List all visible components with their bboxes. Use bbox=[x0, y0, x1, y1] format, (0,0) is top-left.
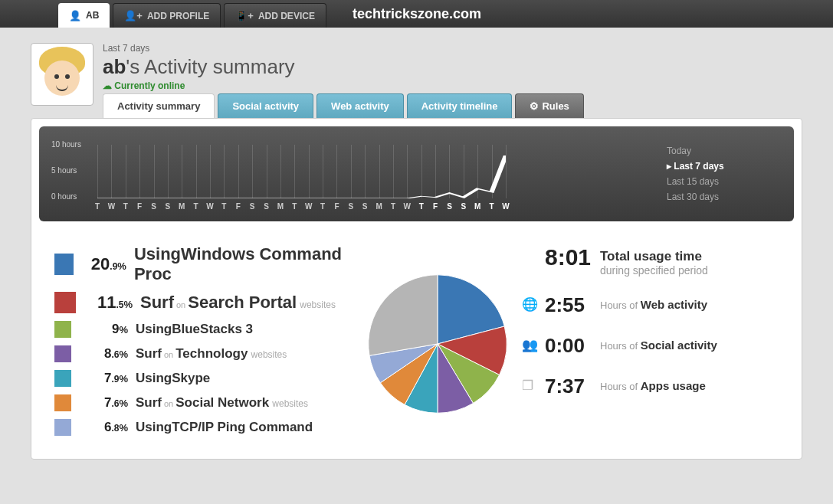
legend-percent: 8.6% bbox=[82, 346, 128, 362]
stat-icon: 👥 bbox=[522, 337, 540, 353]
day-label: T bbox=[123, 202, 128, 211]
pie-chart bbox=[361, 244, 514, 443]
y-tick: 0 hours bbox=[51, 192, 77, 201]
day-label: F bbox=[433, 202, 438, 211]
range-selector: Today Last 7 days Last 15 days Last 30 d… bbox=[651, 136, 782, 212]
color-swatch bbox=[54, 292, 76, 313]
legend-item: 7.9%UsingSkype bbox=[54, 370, 361, 387]
site-name: techtrickszone.com bbox=[353, 0, 481, 28]
day-label: W bbox=[305, 202, 312, 211]
day-label: S bbox=[447, 202, 452, 211]
day-label: T bbox=[95, 202, 100, 211]
color-swatch bbox=[54, 321, 71, 338]
nav-tabs: Activity summary Social activity Web act… bbox=[103, 93, 802, 118]
day-label: F bbox=[334, 202, 339, 211]
day-label: M bbox=[179, 202, 185, 211]
color-swatch bbox=[54, 419, 71, 436]
stat-icon: ❐ bbox=[522, 378, 540, 394]
tab-activity-timeline[interactable]: Activity timeline bbox=[407, 93, 513, 118]
legend-percent: 20.9% bbox=[84, 254, 126, 274]
legend-item: 9%UsingBlueStacks 3 bbox=[54, 321, 361, 338]
stat-label: Hours of Web activity bbox=[600, 298, 707, 311]
add-user-icon: 👤+ bbox=[124, 10, 143, 21]
legend-percent: 9% bbox=[82, 322, 128, 337]
tab-rules[interactable]: Rules bbox=[515, 93, 583, 118]
color-swatch bbox=[54, 370, 71, 387]
legend-item: 6.8%UsingTCP/IP Ping Command bbox=[54, 419, 361, 436]
color-swatch bbox=[54, 345, 71, 362]
y-tick: 10 hours bbox=[51, 140, 81, 149]
legend-label: UsingBlueStacks 3 bbox=[136, 322, 253, 337]
day-label: F bbox=[236, 202, 241, 211]
avatar[interactable] bbox=[31, 43, 93, 106]
tab-web-activity[interactable]: Web activity bbox=[316, 93, 404, 118]
day-label: T bbox=[490, 202, 494, 211]
legend-label: SurfonSocial Network websites bbox=[136, 395, 308, 411]
color-swatch bbox=[54, 394, 71, 411]
range-30days[interactable]: Last 30 days bbox=[667, 189, 782, 205]
day-label: T bbox=[194, 202, 198, 211]
stat-value: 8:01 bbox=[545, 244, 600, 270]
color-swatch bbox=[54, 254, 74, 275]
day-label: S bbox=[166, 202, 171, 211]
range-15days[interactable]: Last 15 days bbox=[667, 174, 782, 189]
stat-label: Hours of Apps usage bbox=[600, 379, 706, 392]
day-label: F bbox=[137, 202, 142, 211]
main-panel: 10 hours 5 hours 0 hours TWTFSSMTWTFSSMT… bbox=[31, 118, 802, 460]
day-label: S bbox=[362, 202, 368, 211]
day-label: M bbox=[376, 202, 382, 211]
day-label: T bbox=[419, 202, 424, 211]
legend-item: 7.6%SurfonSocial Network websites bbox=[54, 394, 361, 411]
day-label: W bbox=[108, 202, 115, 211]
stat-value: 7:37 bbox=[545, 375, 600, 398]
stat-label: Total usage timeduring specified period bbox=[600, 249, 708, 277]
day-label: M bbox=[474, 202, 480, 211]
day-label: W bbox=[404, 202, 411, 211]
day-label: T bbox=[391, 202, 395, 211]
tab-activity-summary[interactable]: Activity summary bbox=[103, 93, 215, 118]
day-label: S bbox=[348, 202, 353, 211]
tab-social-activity[interactable]: Social activity bbox=[218, 93, 313, 118]
online-status: Currently online bbox=[103, 80, 295, 91]
legend-percent: 7.6% bbox=[82, 395, 128, 411]
profile-tab[interactable]: 👤AB bbox=[58, 3, 110, 28]
day-label: W bbox=[206, 202, 213, 211]
stat-value: 0:00 bbox=[545, 334, 600, 358]
user-icon: 👤 bbox=[69, 10, 81, 21]
legend-item: 20.9%UsingWindows Command Proc bbox=[54, 244, 361, 284]
top-bar: 👤AB 👤+ADD PROFILE 📱+ADD DEVICE techtrick… bbox=[0, 0, 833, 28]
add-device-label: ADD DEVICE bbox=[258, 11, 315, 21]
day-label: S bbox=[250, 202, 255, 211]
day-label: T bbox=[292, 202, 297, 211]
day-label: T bbox=[221, 202, 226, 211]
pie-slice bbox=[369, 275, 438, 355]
stat-item: 8:01Total usage timeduring specified per… bbox=[522, 244, 744, 277]
range-today[interactable]: Today bbox=[667, 143, 782, 159]
range-7days[interactable]: Last 7 days bbox=[667, 159, 782, 174]
device-icon: 📱+ bbox=[235, 10, 254, 21]
add-profile-label: ADD PROFILE bbox=[147, 11, 209, 21]
activity-legend: 20.9%UsingWindows Command Proc11.5%Surfo… bbox=[54, 244, 361, 443]
add-profile-button[interactable]: 👤+ADD PROFILE bbox=[113, 3, 221, 28]
stats-panel: 8:01Total usage timeduring specified per… bbox=[514, 244, 744, 443]
timeline-chart: 10 hours 5 hours 0 hours TWTFSSMTWTFSSMT… bbox=[39, 126, 794, 221]
stat-item: 🌐2:55Hours of Web activity bbox=[522, 293, 744, 317]
legend-label: UsingTCP/IP Ping Command bbox=[136, 420, 313, 435]
stat-value: 2:55 bbox=[545, 293, 600, 317]
legend-percent: 7.9% bbox=[82, 371, 128, 386]
stat-icon: 🌐 bbox=[522, 296, 540, 313]
legend-percent: 6.8% bbox=[82, 420, 128, 435]
legend-item: 11.5%SurfonSearch Portal websites bbox=[54, 292, 361, 313]
add-device-button[interactable]: 📱+ADD DEVICE bbox=[224, 3, 326, 28]
profile-tab-label: AB bbox=[86, 10, 99, 21]
day-label: W bbox=[502, 202, 509, 211]
day-label: S bbox=[151, 202, 156, 211]
stat-item: 👥0:00Hours of Social activity bbox=[522, 334, 744, 358]
legend-percent: 11.5% bbox=[87, 293, 133, 313]
stat-item: ❐7:37Hours of Apps usage bbox=[522, 375, 744, 398]
y-tick: 5 hours bbox=[51, 166, 77, 175]
day-label: S bbox=[264, 202, 269, 211]
day-label: M bbox=[277, 202, 284, 211]
legend-label: UsingSkype bbox=[136, 371, 210, 386]
legend-item: 8.6%SurfonTechnology websites bbox=[54, 345, 361, 362]
